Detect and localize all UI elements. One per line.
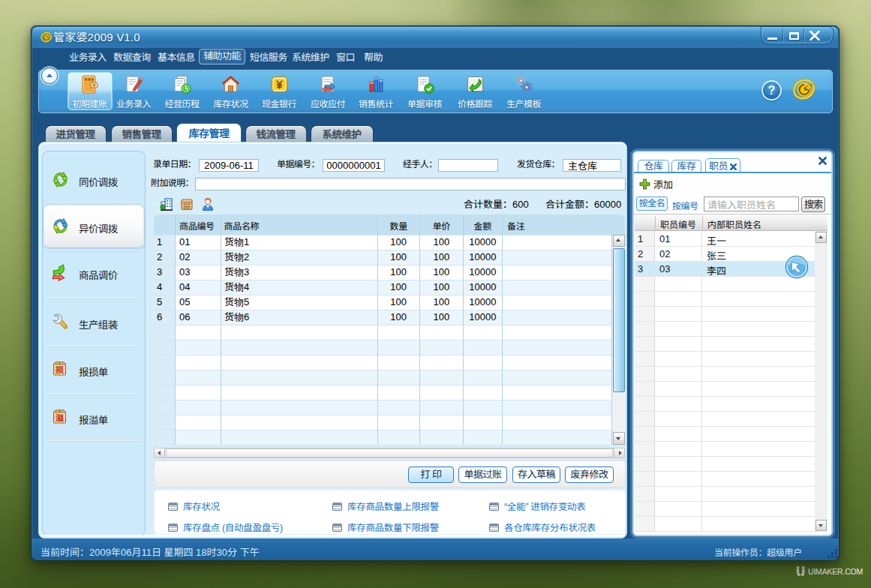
svg-text:损: 损 [56, 363, 64, 375]
svg-text:溢: 溢 [56, 411, 64, 423]
